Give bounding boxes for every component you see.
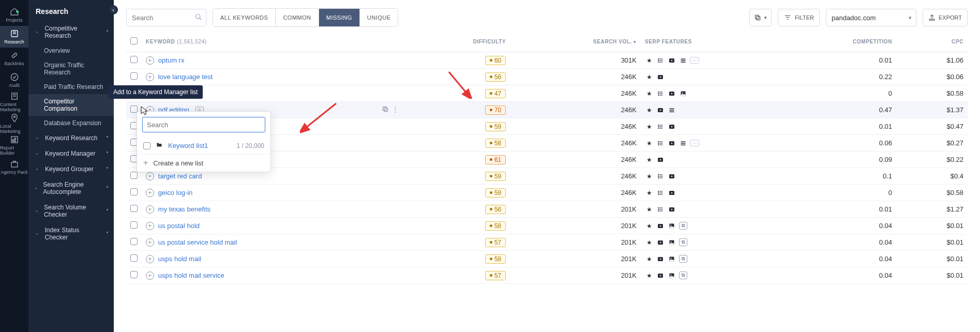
table-wrap[interactable]: KEYWORD(1,561,524) DIFFICULTY SEARCH VOL… <box>114 31 980 332</box>
nav-sub-overview[interactable]: Overview <box>28 43 114 58</box>
row-checkbox[interactable] <box>130 56 138 63</box>
copy-icon[interactable] <box>382 105 389 114</box>
row-checkbox[interactable] <box>130 72 138 80</box>
add-to-list-icon[interactable]: + <box>146 172 154 180</box>
rail-audit[interactable]: Audit <box>0 69 28 91</box>
difficulty-badge: 59 <box>485 188 506 198</box>
svg-rect-14 <box>757 17 760 20</box>
collapse-sidebar-button[interactable]: ‹ <box>109 5 118 14</box>
rail-local-marketing[interactable]: Local Marketing <box>0 113 28 134</box>
svg-rect-53 <box>658 141 659 142</box>
add-to-list-icon[interactable]: + <box>146 56 154 65</box>
row-checkbox[interactable] <box>130 254 138 262</box>
export-button[interactable]: EXPORT <box>923 9 968 26</box>
cpc-value: $0.4 <box>896 168 968 185</box>
tab-unique[interactable]: UNIQUE <box>360 9 398 26</box>
nav-sub-competitor-comparison[interactable]: Competitor Comparison <box>28 94 114 116</box>
tab-common[interactable]: COMMON <box>276 9 319 26</box>
nav-sub-database-expansion[interactable]: Database Expansion <box>28 116 114 130</box>
keyword-link[interactable]: usps hold mail service <box>158 271 224 279</box>
rail-report-builder[interactable]: Report Builder <box>0 134 28 156</box>
serp-video-icon <box>668 90 676 97</box>
svg-rect-58 <box>660 144 663 145</box>
tab-missing[interactable]: MISSING <box>319 9 360 26</box>
search-volume-value: 201K <box>510 201 641 218</box>
keyword-link[interactable]: optum rx <box>158 56 185 64</box>
nav-keyword-manager[interactable]: ◦Keyword Manager˅ <box>28 146 114 161</box>
nav-sv-checker[interactable]: ◦Search Volume Checker˅ <box>28 200 114 222</box>
popover-search-input[interactable] <box>142 117 265 132</box>
keyword-link[interactable]: us postal service hold mail <box>158 238 237 246</box>
rail-agency-pack[interactable]: Agency Pack <box>0 156 28 178</box>
nav-index-status[interactable]: ◦Index Status Checker˅ <box>28 222 114 245</box>
col-competition[interactable]: COMPETITION <box>777 31 896 52</box>
add-to-list-icon[interactable]: + <box>146 255 154 263</box>
domain-select-value: pandadoc.com <box>832 14 876 22</box>
svg-point-90 <box>671 241 672 242</box>
filter-button[interactable]: FILTER <box>778 9 820 26</box>
keyword-link[interactable]: target red card <box>158 172 202 180</box>
select-all-checkbox[interactable] <box>130 37 138 44</box>
cpc-value: $0.06 <box>896 69 968 85</box>
svg-rect-46 <box>658 125 659 126</box>
rail-content-marketing[interactable]: Content Marketing <box>0 91 28 113</box>
table-row: +love language test56246K★0.22$0.06 <box>126 69 968 85</box>
serp-img-icon <box>668 222 676 230</box>
rail-research[interactable]: Research <box>0 26 28 48</box>
col-keyword[interactable]: KEYWORD(1,561,524) <box>142 31 403 52</box>
rail-projects[interactable]: Projects <box>0 4 28 26</box>
row-checkbox[interactable] <box>130 271 138 278</box>
nav-keyword-grouper[interactable]: ◦Keyword Grouper˅ <box>28 161 114 177</box>
serp-video-icon <box>656 222 665 230</box>
search-volume-value: 246K <box>510 168 641 185</box>
col-search-vol[interactable]: SEARCH VOL. ▾ <box>510 31 641 52</box>
nav-keyword-research[interactable]: ◦Keyword Research˅ <box>28 130 114 146</box>
toolbar-search-input[interactable] <box>126 9 206 26</box>
col-serp[interactable]: SERP FEATURES <box>641 31 777 52</box>
export-button-label: EXPORT <box>939 14 962 21</box>
svg-rect-82 <box>660 209 663 209</box>
row-checkbox[interactable] <box>130 188 138 195</box>
col-cpc[interactable]: CPC <box>896 31 968 52</box>
row-checkbox[interactable] <box>130 221 138 229</box>
svg-rect-75 <box>660 192 663 193</box>
rail-backlinks[interactable]: Backlinks <box>0 48 28 69</box>
tab-all-keywords[interactable]: ALL KEYWORDS <box>213 9 276 26</box>
cpc-value: $0.27 <box>896 135 968 152</box>
serp-video-icon <box>656 156 665 163</box>
add-to-list-icon[interactable]: + <box>146 222 154 230</box>
search-volume-value: 246K <box>510 102 641 118</box>
nav-se-autocomplete[interactable]: ◦Search Engine Autocomplete˅ <box>28 177 114 200</box>
nav-sub-organic-traffic[interactable]: Organic Traffic Research <box>28 58 114 80</box>
popover-list-item[interactable]: Keyword list1 1 / 20,000 <box>137 138 270 154</box>
popover-create-list[interactable]: + Create a new list <box>137 154 270 172</box>
keyword-link[interactable]: my texas benefits <box>158 205 210 213</box>
add-to-list-icon[interactable]: + <box>146 73 154 81</box>
more-icon[interactable]: ⋮ <box>392 105 399 114</box>
row-checkbox[interactable] <box>130 172 138 179</box>
nav-competitive-research[interactable]: ◦Competitive Research˄ <box>28 21 114 43</box>
keyword-link[interactable]: us postal hold <box>158 222 200 230</box>
copy-columns-button[interactable]: ▾ <box>749 9 772 26</box>
search-volume-value: 246K <box>510 185 641 201</box>
serp-video-icon <box>656 272 665 279</box>
row-checkbox[interactable] <box>130 205 138 212</box>
col-difficulty[interactable]: DIFFICULTY <box>403 31 510 52</box>
add-to-list-icon[interactable]: + <box>146 189 154 197</box>
keyword-link[interactable]: usps hold mail <box>158 255 201 263</box>
svg-rect-45 <box>670 111 674 112</box>
competition-value: 0.47 <box>777 102 896 118</box>
keyword-link[interactable]: geico log-in <box>158 189 193 197</box>
add-to-list-icon[interactable]: + <box>146 238 154 247</box>
serp-lines-icon <box>679 140 687 147</box>
nav-sub-paid-traffic[interactable]: Paid Traffic Research <box>28 80 114 94</box>
add-to-list-icon[interactable]: + <box>146 271 154 280</box>
svg-rect-66 <box>658 177 659 178</box>
popover-list-checkbox[interactable] <box>143 142 150 149</box>
cpc-value: $1.37 <box>896 102 968 118</box>
add-to-list-icon[interactable]: + <box>146 205 154 214</box>
row-checkbox[interactable] <box>130 238 138 245</box>
keyword-link[interactable]: love language test <box>158 73 213 81</box>
serp-list-icon <box>656 206 665 213</box>
domain-select[interactable]: pandadoc.com <box>826 9 916 26</box>
